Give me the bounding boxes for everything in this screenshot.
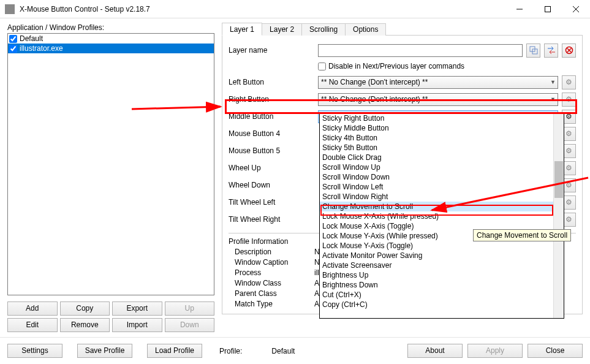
copy-button[interactable]: Copy [60,301,110,316]
tab-options[interactable]: Options [345,23,386,36]
profile-label: illustrator.exe [20,44,63,53]
close-button[interactable] [562,0,590,18]
wheel-down-label: Wheel Down [229,181,314,189]
titlebar: X-Mouse Button Control - Setup v2.18.7 [0,0,590,18]
settings-button[interactable]: Settings [7,344,62,358]
profile-label: Default [20,34,43,43]
dropdown-item[interactable]: Double Click Drag [320,153,554,162]
dropdown-item[interactable]: Copy (Ctrl+C) [320,300,554,309]
dropdown-item[interactable]: Sticky 5th Button [320,143,554,153]
tilt-right-label: Tilt Wheel Right [229,215,314,224]
about-button[interactable]: About [407,344,463,358]
profile-checkbox[interactable] [9,45,17,53]
app-icon [5,4,15,14]
edit-button[interactable]: Edit [7,318,58,332]
left-button-label: Left Button [229,78,314,86]
svg-rect-1 [545,6,551,12]
dropdown-item[interactable]: Brightness Down [320,280,554,290]
maximize-button[interactable] [534,0,562,18]
dropdown-item[interactable]: Sticky Middle Button [320,123,554,133]
pi-matchtype-label: Match Type [229,300,314,308]
dropdown-item[interactable]: Activate Monitor Power Saving [320,251,554,260]
dropdown-item[interactable]: Activate Screensaver [320,260,554,270]
minimize-button[interactable] [505,0,534,18]
chevron-down-icon: ▼ [550,79,556,85]
dropdown-item[interactable]: Scroll Window Down [320,172,554,182]
gear-icon: ⚙ [565,215,572,224]
profiles-heading: Application / Window Profiles: [7,23,214,32]
pi-description-label: Description [229,248,314,256]
right-button-combo[interactable]: ** No Change (Don't intercept) **▼ [318,93,558,106]
dropdown-item[interactable]: Brightness Up [320,270,554,280]
profile-label: Profile: [219,347,242,355]
right-button-label: Right Button [229,95,314,104]
copy-layer-button[interactable] [526,44,540,58]
dropdown-tooltip: Change Movement to Scroll [473,229,571,241]
profile-list[interactable]: Default illustrator.exe [7,33,214,295]
chevron-down-icon: ▼ [550,96,556,102]
save-profile-button[interactable]: Save Profile [77,344,132,358]
left-button-combo[interactable]: ** No Change (Don't intercept) **▼ [318,76,558,89]
gear-icon: ⚙ [565,198,572,207]
export-button[interactable]: Export [112,301,162,316]
gear-icon: ⚙ [565,95,572,104]
dropdown-item[interactable]: Scroll Window Right [320,192,554,202]
disable-layer-label: Disable in Next/Previous layer commands [328,62,464,70]
mb4-label: Mouse Button 4 [229,129,314,138]
layer-name-label: Layer name [229,46,314,55]
gear-icon: ⚙ [565,129,572,138]
reset-layer-button[interactable] [562,44,576,58]
dropdown-item[interactable]: Lock Mouse X-Axis (While pressed) [320,211,554,221]
dropdown-item[interactable]: Sticky Right Button [320,113,554,123]
pi-caption-label: Window Caption [229,258,314,267]
profile-name: Default [271,347,295,355]
pi-process-label: Process [229,268,314,277]
mb5-label: Mouse Button 5 [229,146,314,155]
profile-info-heading: Profile Information [229,237,288,246]
dropdown-item[interactable]: Lock Mouse Y-Axis (Toggle) [320,241,554,251]
middle-button-dropdown[interactable]: Sticky Right ButtonSticky Middle ButtonS… [319,113,564,319]
tilt-left-label: Tilt Wheel Left [229,198,314,207]
middle-button-label: Middle Button [229,112,314,121]
gear-icon: ⚙ [565,181,572,189]
gear-icon: ⚙ [565,112,572,121]
pi-winclass-label: Window Class [229,279,314,287]
load-profile-button[interactable]: Load Profile [147,344,202,358]
gear-icon: ⚙ [565,164,572,172]
dropdown-scrollbar[interactable] [553,113,564,318]
close-app-button[interactable]: Close [528,344,583,358]
disable-layer-checkbox[interactable] [318,63,326,70]
import-button[interactable]: Import [112,318,162,332]
dropdown-item[interactable]: Scroll Window Up [320,162,554,172]
dropdown-item[interactable]: Scroll Window Left [320,182,554,192]
dropdown-item[interactable]: Change Movement to Scroll [320,202,554,211]
add-button[interactable]: Add [7,301,58,316]
pi-parentclass-label: Parent Class [229,289,314,298]
profile-checkbox[interactable] [9,35,17,43]
profile-row-default[interactable]: Default [8,34,214,44]
scrollbar-thumb[interactable] [554,161,563,198]
gear-icon: ⚙ [565,146,572,155]
wheel-up-label: Wheel Up [229,164,314,172]
tab-layer1[interactable]: Layer 1 [222,23,262,36]
left-button-gear[interactable]: ⚙ [562,75,576,89]
tab-scrolling[interactable]: Scrolling [301,23,346,36]
up-button[interactable]: Up [165,301,215,316]
layer-name-input[interactable] [318,44,523,57]
dropdown-item[interactable]: Cut (Ctrl+X) [320,290,554,300]
down-button[interactable]: Down [165,318,215,332]
swap-layer-button[interactable] [544,44,558,58]
tab-layer2[interactable]: Layer 2 [262,23,302,36]
remove-button[interactable]: Remove [60,318,110,332]
gear-icon: ⚙ [565,78,572,86]
apply-button[interactable]: Apply [467,344,523,358]
right-button-gear[interactable]: ⚙ [562,93,576,107]
window-title: X-Mouse Button Control - Setup v2.18.7 [20,5,505,13]
dropdown-item[interactable]: Sticky 4th Button [320,133,554,143]
profile-row-illustrator[interactable]: illustrator.exe [8,44,214,53]
